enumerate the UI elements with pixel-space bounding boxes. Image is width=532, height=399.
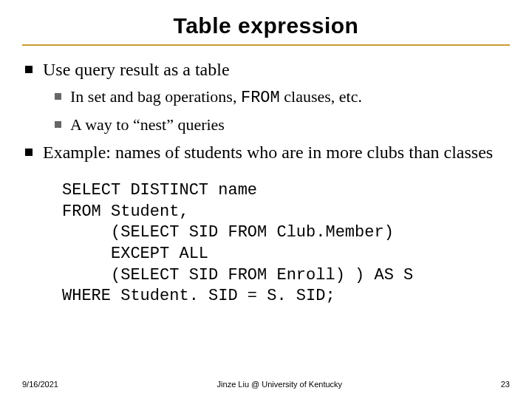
footer-page-number: 23	[501, 380, 510, 389]
text-fragment: In set and bag operations,	[70, 87, 241, 106]
bullet-level1: Example: names of students who are in mo…	[25, 140, 510, 164]
title-underline	[22, 44, 510, 46]
text-fragment: clauses, etc.	[280, 87, 362, 106]
code-keyword: FROM	[241, 89, 280, 107]
bullet-icon	[25, 66, 33, 73]
bullet-text: In set and bag operations, FROM clauses,…	[70, 86, 510, 109]
bullet-icon	[55, 93, 61, 100]
footer: 9/16/2021 Jinze Liu @ University of Kent…	[22, 380, 510, 389]
bullet-text: Example: names of students who are in mo…	[43, 140, 510, 164]
slide: Table expression Use query result as a t…	[0, 0, 532, 399]
bullet-list: Use query result as a table In set and b…	[22, 58, 510, 164]
sql-code-block: SELECT DISTINCT name FROM Student, (SELE…	[62, 180, 510, 307]
bullet-text: Use query result as a table	[43, 58, 510, 81]
bullet-icon	[25, 149, 33, 156]
bullet-icon	[55, 121, 61, 128]
bullet-text: A way to “nest” queries	[70, 114, 510, 136]
bullet-level1: Use query result as a table	[25, 58, 510, 81]
footer-date: 9/16/2021	[22, 380, 58, 389]
page-title: Table expression	[22, 13, 510, 38]
bullet-level2: In set and bag operations, FROM clauses,…	[55, 86, 510, 109]
bullet-level2: A way to “nest” queries	[55, 114, 510, 136]
footer-attribution: Jinze Liu @ University of Kentucky	[58, 380, 501, 389]
